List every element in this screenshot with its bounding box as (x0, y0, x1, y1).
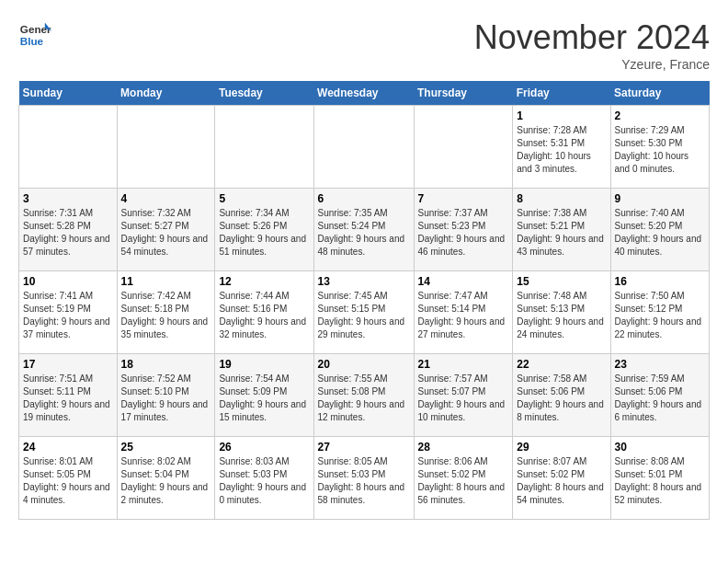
week-row-3: 17Sunrise: 7:51 AM Sunset: 5:11 PM Dayli… (19, 354, 710, 437)
day-cell: 16Sunrise: 7:50 AM Sunset: 5:12 PM Dayli… (610, 271, 710, 354)
day-cell: 8Sunrise: 7:38 AM Sunset: 5:21 PM Daylig… (513, 189, 610, 271)
day-info: Sunrise: 8:08 AM Sunset: 5:01 PM Dayligh… (615, 455, 706, 507)
day-info: Sunrise: 7:40 AM Sunset: 5:20 PM Dayligh… (615, 207, 706, 259)
day-cell: 13Sunrise: 7:45 AM Sunset: 5:15 PM Dayli… (313, 271, 414, 354)
day-cell: 30Sunrise: 8:08 AM Sunset: 5:01 PM Dayli… (610, 437, 710, 520)
day-cell: 20Sunrise: 7:55 AM Sunset: 5:08 PM Dayli… (313, 354, 414, 437)
day-cell: 22Sunrise: 7:58 AM Sunset: 5:06 PM Dayli… (513, 354, 610, 437)
day-number: 20 (318, 358, 410, 371)
week-row-1: 3Sunrise: 7:31 AM Sunset: 5:28 PM Daylig… (19, 189, 710, 271)
calendar-header: SundayMondayTuesdayWednesdayThursdayFrid… (19, 81, 710, 106)
day-cell: 5Sunrise: 7:34 AM Sunset: 5:26 PM Daylig… (215, 189, 313, 271)
day-info: Sunrise: 8:03 AM Sunset: 5:03 PM Dayligh… (219, 455, 309, 507)
day-info: Sunrise: 8:06 AM Sunset: 5:02 PM Dayligh… (418, 455, 509, 507)
day-cell: 1Sunrise: 7:28 AM Sunset: 5:31 PM Daylig… (513, 106, 610, 189)
day-number: 28 (418, 441, 509, 454)
day-number: 13 (318, 275, 410, 288)
day-cell: 3Sunrise: 7:31 AM Sunset: 5:28 PM Daylig… (19, 189, 118, 271)
header-cell-friday: Friday (513, 81, 610, 106)
day-cell (313, 106, 414, 189)
day-number: 7 (418, 192, 509, 205)
day-cell: 14Sunrise: 7:47 AM Sunset: 5:14 PM Dayli… (414, 271, 513, 354)
day-info: Sunrise: 7:37 AM Sunset: 5:23 PM Dayligh… (418, 207, 509, 259)
day-number: 12 (219, 275, 309, 288)
day-number: 19 (219, 358, 309, 371)
day-cell (414, 106, 513, 189)
logo: General Blue (18, 18, 55, 52)
day-number: 21 (418, 358, 509, 371)
day-number: 27 (318, 441, 410, 454)
day-cell: 21Sunrise: 7:57 AM Sunset: 5:07 PM Dayli… (414, 354, 513, 437)
day-cell: 9Sunrise: 7:40 AM Sunset: 5:20 PM Daylig… (610, 189, 710, 271)
day-number: 25 (121, 441, 211, 454)
day-number: 30 (615, 441, 706, 454)
day-number: 15 (517, 275, 606, 288)
title-area: November 2024 Yzeure, France (474, 18, 710, 72)
day-number: 11 (121, 275, 211, 288)
day-info: Sunrise: 7:59 AM Sunset: 5:06 PM Dayligh… (615, 373, 706, 424)
svg-text:Blue: Blue (20, 35, 44, 47)
day-cell: 19Sunrise: 7:54 AM Sunset: 5:09 PM Dayli… (215, 354, 313, 437)
day-number: 23 (615, 358, 706, 371)
day-cell: 28Sunrise: 8:06 AM Sunset: 5:02 PM Dayli… (414, 437, 513, 520)
week-row-0: 1Sunrise: 7:28 AM Sunset: 5:31 PM Daylig… (19, 106, 710, 189)
day-number: 2 (615, 109, 706, 122)
day-info: Sunrise: 7:38 AM Sunset: 5:21 PM Dayligh… (517, 207, 606, 259)
logo-icon: General Blue (18, 18, 51, 52)
day-number: 17 (23, 358, 113, 371)
day-number: 9 (615, 192, 706, 205)
day-number: 8 (517, 192, 606, 205)
day-cell: 24Sunrise: 8:01 AM Sunset: 5:05 PM Dayli… (19, 437, 118, 520)
day-number: 14 (418, 275, 509, 288)
day-info: Sunrise: 7:57 AM Sunset: 5:07 PM Dayligh… (418, 373, 509, 424)
day-cell: 12Sunrise: 7:44 AM Sunset: 5:16 PM Dayli… (215, 271, 313, 354)
day-info: Sunrise: 7:52 AM Sunset: 5:10 PM Dayligh… (121, 373, 211, 424)
header-row: SundayMondayTuesdayWednesdayThursdayFrid… (19, 81, 710, 106)
day-cell: 27Sunrise: 8:05 AM Sunset: 5:03 PM Dayli… (313, 437, 414, 520)
day-cell: 6Sunrise: 7:35 AM Sunset: 5:24 PM Daylig… (313, 189, 414, 271)
day-cell (117, 106, 215, 189)
month-title: November 2024 (474, 18, 710, 57)
day-info: Sunrise: 8:01 AM Sunset: 5:05 PM Dayligh… (23, 455, 113, 507)
day-info: Sunrise: 8:02 AM Sunset: 5:04 PM Dayligh… (121, 455, 211, 507)
day-number: 1 (517, 109, 606, 122)
day-info: Sunrise: 8:07 AM Sunset: 5:02 PM Dayligh… (517, 455, 606, 507)
day-cell: 29Sunrise: 8:07 AM Sunset: 5:02 PM Dayli… (513, 437, 610, 520)
day-info: Sunrise: 7:32 AM Sunset: 5:27 PM Dayligh… (121, 207, 211, 259)
week-row-2: 10Sunrise: 7:41 AM Sunset: 5:19 PM Dayli… (19, 271, 710, 354)
header-cell-sunday: Sunday (19, 81, 118, 106)
day-info: Sunrise: 7:42 AM Sunset: 5:18 PM Dayligh… (121, 290, 211, 341)
header-cell-wednesday: Wednesday (313, 81, 414, 106)
calendar-body: 1Sunrise: 7:28 AM Sunset: 5:31 PM Daylig… (19, 106, 710, 520)
day-info: Sunrise: 7:45 AM Sunset: 5:15 PM Dayligh… (318, 290, 410, 341)
day-info: Sunrise: 7:31 AM Sunset: 5:28 PM Dayligh… (23, 207, 113, 259)
location: Yzeure, France (474, 57, 710, 72)
day-number: 10 (23, 275, 113, 288)
day-cell: 2Sunrise: 7:29 AM Sunset: 5:30 PM Daylig… (610, 106, 710, 189)
day-info: Sunrise: 7:54 AM Sunset: 5:09 PM Dayligh… (219, 373, 309, 424)
day-info: Sunrise: 7:55 AM Sunset: 5:08 PM Dayligh… (318, 373, 410, 424)
page-header: General Blue November 2024 Yzeure, Franc… (18, 18, 710, 72)
day-cell: 26Sunrise: 8:03 AM Sunset: 5:03 PM Dayli… (215, 437, 313, 520)
header-cell-thursday: Thursday (414, 81, 513, 106)
header-cell-tuesday: Tuesday (215, 81, 313, 106)
day-cell: 25Sunrise: 8:02 AM Sunset: 5:04 PM Dayli… (117, 437, 215, 520)
day-info: Sunrise: 7:44 AM Sunset: 5:16 PM Dayligh… (219, 290, 309, 341)
day-number: 26 (219, 441, 309, 454)
day-info: Sunrise: 7:29 AM Sunset: 5:30 PM Dayligh… (615, 124, 706, 176)
day-cell: 10Sunrise: 7:41 AM Sunset: 5:19 PM Dayli… (19, 271, 118, 354)
day-number: 16 (615, 275, 706, 288)
day-info: Sunrise: 7:50 AM Sunset: 5:12 PM Dayligh… (615, 290, 706, 341)
day-cell: 23Sunrise: 7:59 AM Sunset: 5:06 PM Dayli… (610, 354, 710, 437)
day-info: Sunrise: 7:48 AM Sunset: 5:13 PM Dayligh… (517, 290, 606, 341)
day-cell: 7Sunrise: 7:37 AM Sunset: 5:23 PM Daylig… (414, 189, 513, 271)
day-info: Sunrise: 7:34 AM Sunset: 5:26 PM Dayligh… (219, 207, 309, 259)
week-row-4: 24Sunrise: 8:01 AM Sunset: 5:05 PM Dayli… (19, 437, 710, 520)
day-number: 29 (517, 441, 606, 454)
header-cell-saturday: Saturday (610, 81, 710, 106)
day-info: Sunrise: 8:05 AM Sunset: 5:03 PM Dayligh… (318, 455, 410, 507)
day-info: Sunrise: 7:47 AM Sunset: 5:14 PM Dayligh… (418, 290, 509, 341)
day-cell (215, 106, 313, 189)
day-cell (19, 106, 118, 189)
day-info: Sunrise: 7:41 AM Sunset: 5:19 PM Dayligh… (23, 290, 113, 341)
